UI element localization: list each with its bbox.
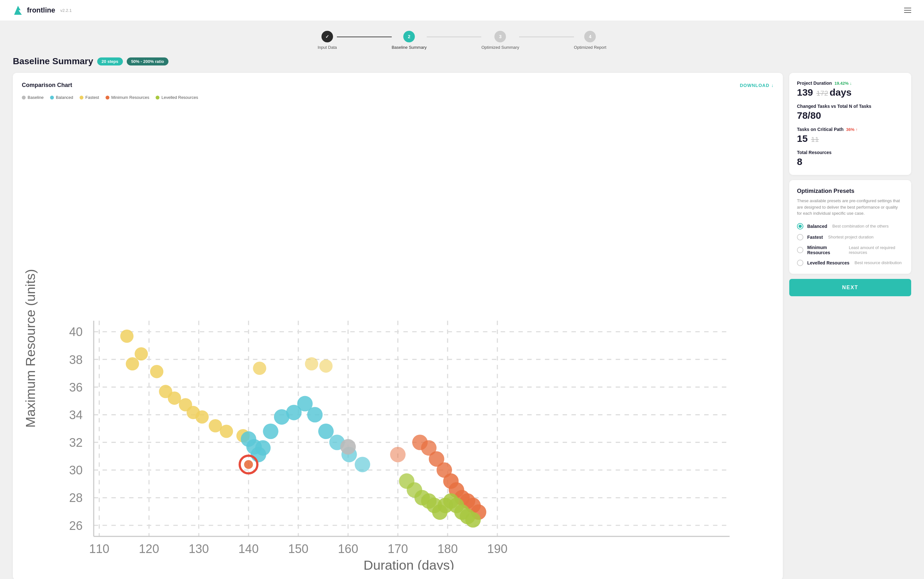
legend-min-resources: Minimum Resources: [106, 95, 149, 100]
svg-text:36: 36: [69, 381, 82, 394]
svg-point-52: [253, 362, 266, 375]
step-2[interactable]: 2 Baseline Summary: [392, 31, 427, 50]
connector-3-4: [519, 37, 574, 37]
step-1[interactable]: ✓ Input Data: [318, 31, 337, 50]
connector-2-3: [427, 37, 482, 37]
stat-value-resources: 8: [797, 156, 903, 167]
preset-min-resources[interactable]: Minimum Resources Least amount of requir…: [797, 245, 903, 255]
svg-point-63: [307, 407, 322, 422]
radio-levelled[interactable]: [797, 260, 803, 266]
svg-point-59: [263, 424, 278, 439]
badge-steps: 20 steps: [97, 57, 123, 65]
download-button[interactable]: DOWNLOAD ↓: [740, 83, 774, 88]
svg-text:34: 34: [69, 408, 82, 422]
preset-name-min-resources: Minimum Resources: [807, 245, 844, 255]
stat-change-critical: 36% ↑: [846, 127, 857, 132]
step-4-circle: 4: [584, 31, 596, 43]
stat-value-duration: 139: [797, 87, 813, 98]
chart-header: Comparison Chart DOWNLOAD ↓: [22, 82, 774, 88]
svg-point-54: [319, 360, 332, 373]
svg-point-67: [355, 457, 370, 472]
step-3[interactable]: 3 Optimized Summary: [481, 31, 519, 50]
stat-unit-duration: days: [830, 87, 852, 98]
page-title-area: Baseline Summary 20 steps 50% - 200% rat…: [13, 56, 911, 66]
legend-label-levelled: Levelled Resources: [162, 95, 198, 100]
preset-desc-levelled: Best resource distribution: [855, 260, 902, 265]
svg-point-53: [305, 357, 318, 370]
stat-label-tasks: Changed Tasks vs Total N of Tasks: [797, 104, 903, 109]
svg-point-41: [126, 357, 139, 370]
svg-point-48: [195, 410, 209, 424]
svg-point-92: [465, 512, 481, 528]
stat-label-critical: Tasks on Critical Path 36% ↑: [797, 127, 903, 132]
svg-text:170: 170: [388, 542, 408, 556]
radio-inner-balanced: [798, 225, 802, 228]
svg-text:180: 180: [437, 542, 457, 556]
next-button[interactable]: NEXT: [789, 279, 911, 296]
svg-text:110: 110: [89, 542, 109, 556]
svg-text:30: 30: [69, 463, 82, 477]
preset-balanced[interactable]: Balanced Best combination of the others: [797, 223, 903, 229]
preset-fastest[interactable]: Fastest Shortest project duration: [797, 234, 903, 240]
svg-text:26: 26: [69, 519, 82, 532]
stat-value-row-duration: 139 172 days: [797, 87, 903, 98]
badge-ratio: 50% - 200% ratio: [127, 57, 169, 65]
connector-1-2: [337, 37, 392, 37]
preset-desc-balanced: Best combination of the others: [832, 224, 889, 229]
legend-dot-fastest: [80, 96, 83, 100]
presets-description: These available presets are pre-configur…: [797, 198, 903, 217]
stat-changed-tasks: Changed Tasks vs Total N of Tasks 78/80: [797, 104, 903, 121]
preset-desc-fastest: Shortest project duration: [828, 235, 873, 239]
step-2-label: Baseline Summary: [392, 45, 427, 50]
preset-levelled[interactable]: Levelled Resources Best resource distrib…: [797, 260, 903, 266]
presets-title: Optimization Presets: [797, 188, 903, 195]
stepper-container: ✓ Input Data 2 Baseline Summary 3 Optimi…: [0, 21, 924, 56]
svg-point-43: [150, 365, 163, 378]
svg-point-93: [340, 439, 356, 455]
chart-svg: Maximum Resource (units): [22, 105, 774, 570]
chart-legend: Baseline Balanced Fastest Minimum Resour…: [22, 95, 774, 100]
legend-label-baseline: Baseline: [28, 95, 44, 100]
svg-text:190: 190: [487, 542, 508, 556]
app-version: v2.2.1: [60, 8, 72, 13]
preset-name-levelled: Levelled Resources: [807, 260, 850, 265]
step-4[interactable]: 4 Optimized Report: [574, 31, 606, 50]
step-1-circle: ✓: [322, 31, 333, 43]
legend-balanced: Balanced: [50, 95, 73, 100]
svg-point-50: [220, 425, 233, 438]
svg-text:38: 38: [69, 353, 82, 366]
step-3-circle: 3: [495, 31, 506, 43]
logo-area: frontline v2.2.1: [13, 5, 72, 16]
svg-text:40: 40: [69, 325, 82, 339]
preset-name-balanced: Balanced: [807, 224, 827, 229]
legend-baseline: Baseline: [22, 95, 44, 100]
svg-text:Duration (days): Duration (days): [364, 558, 454, 570]
page-title: Baseline Summary: [13, 56, 93, 66]
menu-button[interactable]: [904, 8, 911, 13]
legend-dot-levelled: [156, 96, 160, 100]
content-grid: Comparison Chart DOWNLOAD ↓ Baseline Bal…: [13, 73, 911, 579]
svg-text:Maximum Resource (units): Maximum Resource (units): [23, 269, 38, 427]
svg-text:140: 140: [238, 542, 259, 556]
stat-label-duration: Project Duration 19.42% ↓: [797, 80, 903, 86]
svg-point-40: [120, 330, 134, 343]
main-content: Baseline Summary 20 steps 50% - 200% rat…: [0, 56, 924, 579]
svg-text:150: 150: [288, 542, 309, 556]
legend-label-fastest: Fastest: [85, 95, 99, 100]
legend-dot-min-resources: [106, 96, 109, 100]
download-icon: ↓: [771, 83, 774, 88]
stat-value-critical: 15: [797, 133, 808, 144]
chart-area: Maximum Resource (units): [22, 105, 774, 571]
svg-point-70: [390, 447, 405, 462]
radio-balanced[interactable]: [797, 223, 803, 229]
radio-fastest[interactable]: [797, 234, 803, 240]
svg-text:28: 28: [69, 491, 82, 505]
legend-fastest: Fastest: [80, 95, 99, 100]
legend-dot-baseline: [22, 96, 26, 100]
stat-total-resources: Total Resources 8: [797, 150, 903, 167]
app-name: frontline: [27, 6, 55, 15]
svg-point-58: [255, 440, 271, 455]
presets-card: Optimization Presets These available pre…: [789, 180, 911, 274]
preset-desc-min-resources: Least amount of required resources: [849, 245, 903, 255]
radio-min-resources[interactable]: [797, 247, 803, 253]
